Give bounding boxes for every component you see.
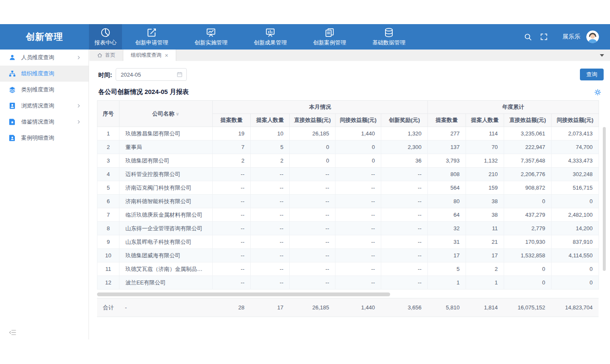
table-cell: 0 [504, 276, 552, 290]
col-header: 序号 [97, 101, 119, 127]
table-cell: 908,872 [504, 181, 552, 195]
table-cell: -- [381, 168, 428, 181]
table-cell: 0 [552, 276, 599, 290]
sidebar-item[interactable]: 人员维度查询 [0, 50, 89, 66]
settings-gear-icon[interactable] [594, 88, 602, 96]
col-header: 间接效益额(元) [336, 114, 381, 127]
table-cell: 5 [251, 141, 290, 154]
table-cell: -- [290, 181, 336, 195]
total-cell: 26,185 [289, 298, 335, 317]
table-row[interactable]: 2董事局75002,30013770222,94774,700 [97, 141, 599, 154]
table-cell: -- [251, 195, 290, 208]
sidebar-item[interactable]: 借鉴情况查询 [0, 114, 89, 130]
table-row[interactable]: 3玖德集团有限公司2200363,7931,1327,357,6484,333,… [97, 154, 599, 168]
table-cell: 0 [336, 154, 381, 168]
table-cell: 302,248 [552, 168, 599, 181]
person-icon [9, 54, 16, 61]
total-cell: 16,075,152 [504, 298, 551, 317]
nav-item[interactable]: 创新案例管理 [300, 24, 359, 50]
table-cell: 6 [97, 195, 119, 208]
table-cell: 2 [213, 154, 251, 168]
total-table: 合计-281726,1851,4403,6565,8101,81416,075,… [97, 298, 599, 317]
table-cell: 4,333,473 [552, 154, 599, 168]
username[interactable]: 展乐乐 [563, 33, 580, 41]
table-row[interactable]: 9山东晨晖电子科技有限公司----------3121170,930837,91… [97, 235, 599, 249]
table-cell: 玖德集团威海有限公司 [119, 249, 213, 262]
table-cell: -- [213, 235, 251, 249]
sidebar-item[interactable]: 组织维度查询 [0, 66, 89, 82]
nav-item[interactable]: 创新申请管理 [122, 24, 181, 50]
nav-item[interactable]: 创新实施管理 [181, 24, 241, 50]
table-cell: 1,440 [336, 127, 381, 141]
total-cell: 5,810 [427, 298, 466, 317]
time-input[interactable]: 2024-05 [116, 68, 187, 81]
table-cell: -- [290, 235, 336, 249]
content: 时间: 2024-05 查询 各公司创新情况 2024-05 月报表 序号公司名… [89, 61, 610, 339]
table-row[interactable]: 12波兰EE有限公司----------1100 [97, 276, 599, 290]
table-row[interactable]: 1玖德雅昌集团有限公司191026,1851,4401,3202771143,2… [97, 127, 599, 141]
fullscreen-icon[interactable] [540, 33, 548, 41]
documents-icon [324, 27, 335, 38]
report-title: 各公司创新情况 2024-05 月报表 [98, 88, 189, 96]
table-cell: -- [290, 168, 336, 181]
col-header: 创新奖励(元) [381, 114, 428, 127]
nav-item-label: 创新案例管理 [313, 39, 346, 47]
table-cell: 5 [97, 181, 119, 195]
col-header-company[interactable]: 公司名称∨ [119, 101, 213, 127]
table-cell: 808 [428, 168, 466, 181]
table-cell: 11 [97, 262, 119, 276]
avatar[interactable] [586, 30, 599, 43]
sidebar-item-label: 案例明细查询 [21, 134, 54, 142]
table-cell: -- [381, 276, 428, 290]
collapse-sidebar-icon[interactable] [9, 329, 16, 336]
nav-item[interactable]: 创新成果管理 [241, 24, 300, 50]
table-cell: -- [381, 262, 428, 276]
table-row[interactable]: 7临沂玖德庚辰金属材料有限公司----------6438437,2792,48… [97, 208, 599, 222]
total-cell: 28 [212, 298, 250, 317]
nav-item[interactable]: 报表中心 [89, 24, 122, 50]
table-row[interactable]: 10玖德集团威海有限公司----------17171,532,8584,114… [97, 249, 599, 262]
horizontal-scrollbar[interactable] [97, 292, 390, 296]
table-cell: 2,482,100 [552, 208, 599, 222]
sidebar-item-label: 浏览情况查询 [21, 102, 54, 110]
table-cell: -- [381, 208, 428, 222]
col-header: 直接效益额(元) [290, 114, 336, 127]
tab-label: 首页 [105, 52, 115, 59]
total-cell: - [119, 298, 212, 317]
table-row[interactable]: 8山东得一企业管理咨询有限公司----------32112,77914,200 [97, 222, 599, 235]
table-cell: 1,532,858 [504, 249, 552, 262]
time-label: 时间: [98, 72, 112, 79]
total-cell: 14,823,704 [551, 298, 599, 317]
table-row[interactable]: 11玖德艾瓦兹（济南）金属制品有...----------5200 [97, 262, 599, 276]
query-button[interactable]: 查询 [580, 69, 604, 80]
table-cell: 516,715 [552, 181, 599, 195]
vertical-scrollbar[interactable] [603, 127, 606, 271]
col-header: 提案人数量 [466, 114, 504, 127]
sidebar-item[interactable]: 类别维度查询 [0, 82, 89, 98]
nav-item[interactable]: 基础数据管理 [359, 24, 419, 50]
table-cell: 玖德艾瓦兹（济南）金属制品有... [119, 262, 213, 276]
table-cell: 1 [97, 127, 119, 141]
sidebar-item[interactable]: 案例明细查询 [0, 130, 89, 146]
tab[interactable]: 首页 [89, 50, 123, 61]
table-cell: -- [213, 195, 251, 208]
sidebar-item[interactable]: 浏览情况查询 [0, 98, 89, 114]
table-cell: 32 [428, 222, 466, 235]
table-cell: 济南科德智能科技有限公司 [119, 195, 213, 208]
col-header: 直接效益额(元) [504, 114, 552, 127]
table-row[interactable]: 4迈科管业控股有限公司----------8082102,206,776302,… [97, 168, 599, 181]
tab-close-icon[interactable]: × [165, 52, 168, 58]
table-cell: 0 [336, 141, 381, 154]
search-icon[interactable] [524, 33, 532, 41]
tabs-dropdown-icon[interactable] [600, 54, 604, 57]
table-cell: 2,300 [381, 141, 428, 154]
table-cell: -- [381, 249, 428, 262]
navbar-menu: 报表中心创新申请管理创新实施管理创新成果管理创新案例管理基础数据管理 [89, 24, 419, 50]
table-cell: 3 [97, 154, 119, 168]
tab-label: 组织维度查询 [131, 52, 161, 59]
table-row[interactable]: 6济南科德智能科技有限公司----------803800 [97, 195, 599, 208]
tab[interactable]: 组织维度查询× [123, 50, 176, 61]
table-row[interactable]: 5济南迈克阀门科技有限公司----------564159908,872516,… [97, 181, 599, 195]
table-cell: 2 [466, 262, 504, 276]
tabs: 首页组织维度查询× [89, 50, 176, 61]
